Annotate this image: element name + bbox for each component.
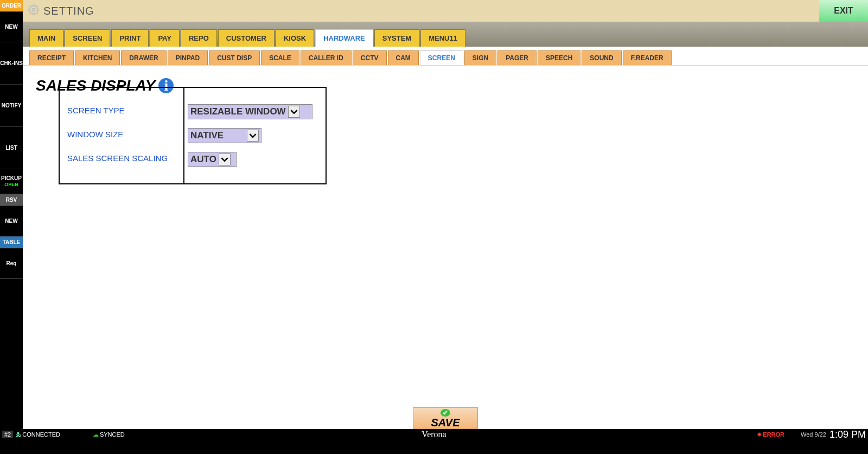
subtab-caller-id[interactable]: CALLER ID [301,50,352,65]
subtab-receipt[interactable]: RECEIPT [29,50,74,65]
titlebar: SETTING [23,0,868,22]
subtab-pinpad[interactable]: PINPAD [168,50,208,65]
sidebar-new2[interactable]: NEW [0,206,23,236]
subtab-f-reader[interactable]: F.READER [623,50,672,65]
sidebar-rsv[interactable]: RSV [0,194,23,206]
gear-icon [28,4,39,17]
label-window-size: WINDOW SIZE [67,128,179,140]
error-status: ERROR [763,431,784,438]
tab-system[interactable]: SYSTEM [374,29,419,47]
dropdown-window-size[interactable]: NATIVE [188,128,261,143]
svg-point-0 [33,9,35,11]
tab-screen[interactable]: SCREEN [65,29,110,47]
brand-label: Verona [422,430,446,439]
sidebar: ORDER NEW CHK-INS NOTIFY LIST PICKUP OPE… [0,0,23,429]
sidebar-pickup[interactable]: PICKUP OPEN [0,169,23,194]
save-button[interactable]: ✔ SAVE [413,407,478,429]
page-title: SETTING [43,5,94,17]
subtab-pager[interactable]: PAGER [497,50,537,65]
label-screen-type: SCREEN TYPE [67,104,179,116]
primary-tabs: MAINSCREENPRINTPAYREPOCUSTOMERKIOSKHARDW… [23,22,868,47]
terminal-number: #2 [2,431,13,438]
sidebar-order[interactable]: ORDER [0,0,23,12]
dropdown-scaling-value: AUTO [190,154,216,165]
sync-status: SYNCED [100,431,125,438]
tab-kiosk[interactable]: KIOSK [276,29,314,47]
content-area: SALES DISPLAY i SCREEN TYPE WINDOW SIZE … [23,66,868,429]
tab-menu11[interactable]: MENU11 [420,29,465,47]
connection-status: CONNECTED [22,431,60,438]
chevron-down-icon [219,154,231,165]
subtab-screen[interactable]: SCREEN [420,50,463,65]
subtab-cam[interactable]: CAM [388,50,419,65]
tab-repo[interactable]: REPO [181,29,217,47]
status-time: 1:09 PM [829,429,866,440]
sidebar-table[interactable]: TABLE [0,236,23,248]
chevron-down-icon [247,130,259,142]
secondary-tabs: RECEIPTKITCHENDRAWERPINPADCUST DISPSCALE… [23,47,868,66]
sidebar-pickup-status: OPEN [4,182,18,188]
bottom-bar [0,440,868,454]
dropdown-screen-type[interactable]: RESIZABLE WINDOW [188,104,312,119]
dropdown-screen-type-value: RESIZABLE WINDOW [190,106,286,117]
subtab-kitchen[interactable]: KITCHEN [75,50,120,65]
main-panel: SETTING EXIT MAINSCREENPRINTPAYREPOCUSTO… [23,0,868,429]
sidebar-chkins[interactable]: CHK-INS [0,42,23,85]
chevron-down-icon [288,106,300,118]
label-scaling: SALES SCREEN SCALING [67,152,179,164]
dropdown-scaling[interactable]: AUTO [188,152,237,167]
form-controls: RESIZABLE WINDOW NATIVE AUTO [183,87,327,184]
sidebar-req[interactable]: Req [0,248,23,279]
subtab-drawer[interactable]: DRAWER [121,50,166,65]
subtab-scale[interactable]: SCALE [261,50,299,65]
sidebar-pickup-label: PICKUP [1,175,22,182]
sidebar-list[interactable]: LIST [0,127,23,169]
subtab-sound[interactable]: SOUND [582,50,621,65]
check-icon: ✔ [441,409,450,417]
tab-pay[interactable]: PAY [150,29,180,47]
sidebar-notify[interactable]: NOTIFY [0,85,23,127]
tab-customer[interactable]: CUSTOMER [218,29,275,47]
connection-icon: 🖧 [15,431,21,438]
form-labels: SCREEN TYPE WINDOW SIZE SALES SCREEN SCA… [59,87,184,184]
save-button-label: SAVE [431,417,460,429]
sync-icon: ☁ [93,431,99,438]
sidebar-new[interactable]: NEW [0,12,23,42]
status-bar: #2 🖧 CONNECTED ☁ SYNCED Verona ✸ ERROR W… [0,429,868,440]
error-icon: ✸ [757,431,762,438]
subtab-cctv[interactable]: CCTV [353,50,387,65]
status-date: Wed 9/22 [801,431,826,438]
subtab-speech[interactable]: SPEECH [538,50,580,65]
exit-button[interactable]: EXIT [819,0,868,22]
subtab-cust-disp[interactable]: CUST DISP [209,50,260,65]
subtab-sign[interactable]: SIGN [464,50,496,65]
dropdown-window-size-value: NATIVE [190,130,224,141]
tab-print[interactable]: PRINT [111,29,149,47]
tab-main[interactable]: MAIN [29,29,63,47]
tab-hardware[interactable]: HARDWARE [315,29,373,47]
